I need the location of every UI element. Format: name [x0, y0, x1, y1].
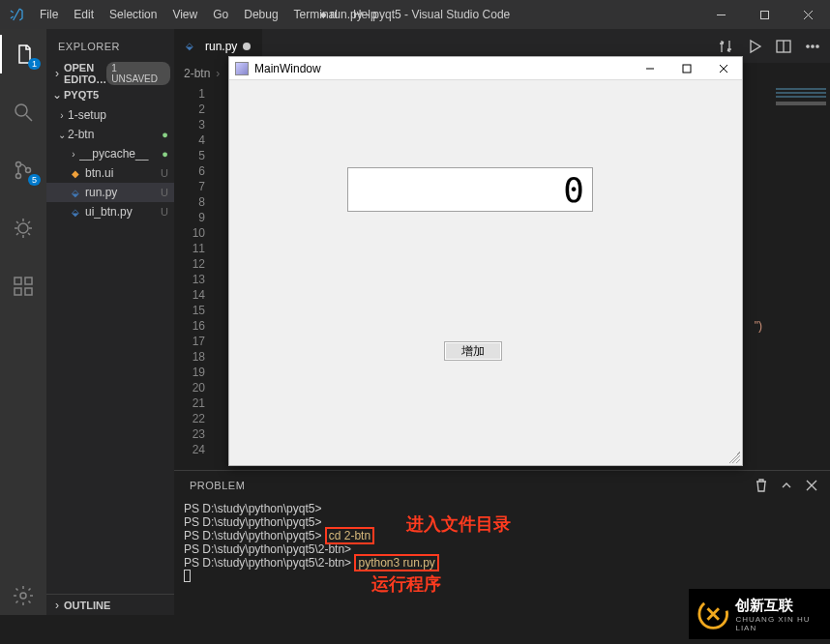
python-file-icon: ⬙	[68, 204, 83, 220]
menu-go[interactable]: Go	[206, 4, 235, 25]
terminal-line: PS D:\study\python\pyqt5\2-btn> python3 …	[184, 556, 820, 570]
terminal-cursor	[184, 570, 191, 582]
dirty-dot-icon	[243, 43, 251, 50]
window-minimize-button[interactable]	[699, 0, 743, 29]
pyqt-maximize-button[interactable]	[668, 57, 705, 80]
outline-header[interactable]: › OUTLINE	[46, 594, 174, 615]
line-gutter: 123456789101112131415161718192021222324	[174, 84, 217, 470]
annotation-enter-dir: 进入文件目录	[406, 517, 511, 531]
tab-label: run.py	[205, 40, 237, 53]
svg-rect-9	[25, 278, 32, 284]
svg-point-10	[20, 593, 26, 599]
menu-bar: File Edit Selection View Go Debug Termin…	[33, 4, 384, 25]
pyqt-lcd-value: 0	[563, 170, 582, 210]
python-file-icon: ⬙	[186, 41, 199, 51]
svg-rect-7	[15, 288, 21, 295]
svg-rect-8	[25, 288, 32, 295]
unsaved-badge: 1 UNSAVED	[106, 62, 170, 85]
folder-row[interactable]: ⌄2-btn●	[46, 125, 174, 144]
chevron-right-icon: ›	[216, 67, 220, 80]
file-row[interactable]: ◆btn.uiU	[46, 163, 174, 183]
chevron-up-icon[interactable]	[780, 479, 793, 492]
svg-rect-15	[683, 65, 691, 73]
folder-root-header[interactable]: ⌄ PYQT5	[46, 84, 174, 105]
compare-changes-icon[interactable]	[718, 39, 733, 54]
svg-point-14	[816, 44, 818, 46]
ui-file-icon: ◆	[68, 165, 83, 181]
terminal-line: PS D:\study\python\pyqt5>	[184, 502, 820, 515]
annotation-run-program: 运行程序	[371, 577, 441, 591]
menu-selection[interactable]: Selection	[103, 4, 163, 25]
explorer-badge: 1	[28, 58, 41, 70]
panel-header: PROBLEM	[174, 471, 830, 500]
menu-terminal[interactable]: Terminal	[287, 4, 344, 25]
activity-settings[interactable]	[0, 576, 46, 615]
svg-point-2	[16, 162, 21, 167]
scm-badge: 5	[28, 174, 41, 186]
terminal-line: PS D:\study\python\pyqt5\2-btn>	[184, 542, 820, 556]
pyqt-titlebar[interactable]: MainWindow	[229, 57, 742, 80]
file-row[interactable]: ⬙ui_btn.pyU	[46, 202, 174, 221]
tree-item-label: btn.ui	[85, 166, 157, 180]
file-row[interactable]: ⬙run.pyU	[46, 183, 174, 202]
menu-file[interactable]: File	[33, 4, 65, 25]
breadcrumb-segment[interactable]: 2-btn	[184, 67, 210, 80]
pyqt-close-button[interactable]	[705, 57, 742, 80]
git-status-untracked: U	[157, 167, 168, 179]
folder-row[interactable]: ›__pycache__●	[46, 144, 174, 163]
svg-point-12	[807, 44, 809, 46]
activity-bar: 1 5	[0, 29, 46, 615]
trash-icon[interactable]	[755, 479, 768, 492]
activity-explorer[interactable]: 1	[0, 35, 46, 73]
pyqt-body: 0 增加	[229, 80, 742, 465]
chevron-right-icon: ›	[68, 149, 79, 160]
tree-item-label: run.py	[85, 186, 157, 199]
menu-edit[interactable]: Edit	[67, 4, 101, 25]
vscode-logo-icon	[0, 7, 33, 22]
menu-help[interactable]: Help	[346, 4, 384, 25]
svg-point-13	[812, 44, 814, 46]
window-close-button[interactable]	[786, 0, 830, 29]
activity-search[interactable]	[0, 93, 46, 132]
sidebar: EXPLORER › OPEN EDITO… 1 UNSAVED ⌄ PYQT5…	[46, 29, 174, 615]
chevron-right-icon: ›	[56, 110, 68, 121]
git-status-untracked: U	[157, 187, 168, 198]
open-editors-header[interactable]: › OPEN EDITO… 1 UNSAVED	[46, 63, 174, 84]
svg-rect-6	[15, 278, 21, 284]
chevron-right-icon: ›	[50, 67, 64, 80]
folder-row[interactable]: ›1-setup	[46, 105, 174, 125]
minimap[interactable]	[772, 84, 830, 470]
svg-point-5	[18, 223, 28, 233]
resize-grip-icon[interactable]	[728, 452, 740, 463]
activity-extensions[interactable]	[0, 267, 46, 306]
chevron-down-icon: ⌄	[56, 130, 68, 140]
code-fragment: ")	[755, 318, 762, 334]
panel-tab-problems[interactable]: PROBLEM	[186, 480, 249, 491]
more-actions-icon[interactable]	[805, 39, 820, 54]
terminal-command: python3 run.py	[354, 554, 438, 571]
pyqt-minimize-button[interactable]	[632, 57, 668, 80]
pyqt-main-window[interactable]: MainWindow 0 增加	[228, 56, 743, 466]
watermark-logo-icon	[697, 597, 729, 631]
split-editor-icon[interactable]	[776, 39, 791, 54]
python-file-icon: ⬙	[68, 185, 83, 200]
menu-debug[interactable]: Debug	[237, 4, 284, 25]
chevron-down-icon: ⌄	[50, 88, 64, 102]
pyqt-title: MainWindow	[254, 62, 632, 75]
git-status-untracked: U	[157, 206, 168, 218]
activity-scm[interactable]: 5	[0, 151, 46, 190]
svg-point-3	[16, 174, 21, 179]
activity-debug[interactable]	[0, 209, 46, 248]
git-status-modified-icon: ●	[157, 148, 168, 160]
run-icon[interactable]	[747, 39, 762, 54]
close-icon[interactable]	[805, 479, 818, 492]
pyqt-lcd-display: 0	[347, 167, 593, 212]
watermark-sub: CHUANG XIN HU LIAN	[735, 615, 830, 632]
window-maximize-button[interactable]	[743, 0, 786, 29]
tree-item-label: 2-btn	[68, 128, 157, 141]
tree-item-label: __pycache__	[79, 147, 157, 161]
menu-view[interactable]: View	[165, 4, 204, 25]
pyqt-increment-button[interactable]: 增加	[444, 341, 502, 361]
chevron-right-icon: ›	[50, 599, 64, 612]
watermark-brand: 创新互联	[735, 597, 830, 615]
